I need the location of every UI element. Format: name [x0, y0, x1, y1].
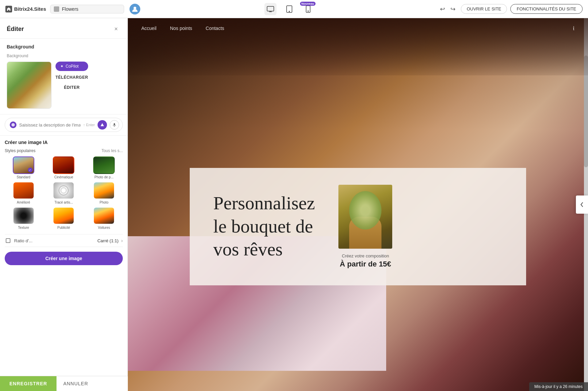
style-thumb-photo2 [93, 182, 115, 199]
copilot-label: CoPilot [66, 64, 79, 69]
status-bar: Mis-à-jour il y a 26 minutes [529, 382, 588, 391]
bouquet-image [338, 185, 392, 249]
home-icon [5, 6, 12, 12]
style-thumb-photo-p [93, 156, 115, 174]
style-label-cinematique: Cinématique [54, 175, 73, 179]
ai-input-row: ↑ Enter [5, 118, 123, 132]
canvas-area: Accueil Nos points Contacts 𝔦 Personnali… [128, 18, 588, 391]
promo-text: Personnalisez le bouquet de vos rêves [213, 192, 315, 261]
topbar-right: ↩ ↪ OUVRIR LE SITE FONCTIONNALITÉS DU SI… [438, 3, 583, 15]
editer-button[interactable]: ÉDITER [56, 84, 88, 91]
create-ia-title: Créer une image IA [5, 140, 123, 145]
redo-button[interactable]: ↪ [448, 3, 457, 15]
styles-label: Styles populaires [5, 148, 35, 153]
style-thumb-trace [53, 182, 74, 199]
promo-line1: Personnalisez [213, 193, 315, 213]
svg-point-0 [134, 7, 136, 9]
nav-points[interactable]: Nos points [170, 26, 192, 31]
bg-row: ✦ CoPilot TÉLÉCHARGER ÉDITER [7, 62, 121, 109]
style-thumb-texture [13, 207, 34, 224]
save-button[interactable]: ENREGISTRER [0, 376, 57, 391]
brand-logo[interactable]: Bitrix24.Sites [5, 6, 46, 12]
ai-description-input[interactable] [19, 122, 80, 128]
promo-line3: vos rêves [213, 239, 283, 259]
site-name-field[interactable]: Flowers [50, 5, 124, 13]
promo-heading: Personnalisez le bouquet de vos rêves [213, 192, 315, 261]
ratio-chevron-icon: › [121, 238, 123, 243]
nouveau-badge: Nouveau [300, 2, 316, 6]
style-photo2[interactable]: Photo [85, 182, 123, 204]
background-label: Background [7, 44, 121, 49]
undo-redo-group: ↩ ↪ [438, 3, 457, 15]
editer-title: Éditer [7, 26, 24, 33]
site-icon [54, 6, 59, 12]
background-section: Background Background ✦ CoPilot TÉLÉCHAR… [0, 39, 127, 114]
device-switcher: Nouveau [144, 3, 434, 15]
style-label-voitures: Voitures [98, 226, 110, 229]
ai-send-button[interactable] [98, 120, 107, 130]
promo-section: Personnalisez le bouquet de vos rêves Cr… [128, 82, 588, 371]
svg-point-6 [11, 123, 15, 127]
close-button[interactable]: × [111, 24, 121, 34]
topbar: Bitrix24.Sites Flowers Nouveau ↩ ↪ OUVRI… [0, 0, 588, 18]
bg-thumbnail-image [7, 62, 51, 108]
promo-price: À partir de 15€ [338, 260, 392, 269]
brand-name: Bitrix24.Sites [14, 6, 46, 12]
ai-input-container: ↑ Enter [0, 114, 127, 136]
main-layout: Éditer × Background Background ✦ CoPilot… [0, 18, 588, 391]
style-trace[interactable]: Tracé artis... [45, 182, 83, 204]
style-publicite[interactable]: Publicité [45, 207, 83, 229]
style-standard[interactable]: Standard [5, 156, 42, 179]
create-image-button[interactable]: Créer une image [5, 252, 123, 265]
promo-sub: Créez votre composition [338, 253, 392, 258]
desktop-device-btn[interactable] [264, 3, 277, 15]
svg-rect-1 [267, 6, 274, 11]
svg-point-9 [61, 188, 66, 193]
style-cinematique[interactable]: Cinématique [45, 156, 83, 179]
open-site-button[interactable]: OUVRIR LE SITE [461, 4, 507, 14]
undo-button[interactable]: ↩ [438, 3, 447, 15]
promo-line2: le bouquet de [213, 216, 313, 237]
bg-sublabel: Background [7, 54, 121, 58]
nav-contacts[interactable]: Contacts [206, 26, 224, 31]
style-thumb-ameliore [13, 182, 34, 199]
svg-point-5 [308, 11, 308, 11]
style-ameliore[interactable]: Amélioré [5, 182, 42, 204]
nav-right: 𝔦 [573, 25, 575, 32]
tablet-device-btn[interactable] [283, 3, 295, 15]
style-thumb-voitures [93, 207, 115, 224]
ratio-row[interactable]: Ratio d'... Carré (1:1) › [5, 234, 123, 247]
user-avatar[interactable] [130, 4, 140, 14]
styles-grid: Standard Cinématique Photo de p... [5, 156, 123, 229]
mobile-device-btn[interactable]: Nouveau [302, 3, 314, 15]
ai-mic-button[interactable] [110, 120, 119, 130]
site-name-label: Flowers [62, 6, 78, 12]
bg-actions: ✦ CoPilot TÉLÉCHARGER ÉDITER [56, 62, 88, 91]
style-label-photo2: Photo [100, 201, 108, 204]
style-texture[interactable]: Texture [5, 207, 42, 229]
ratio-label: Ratio d'... [14, 238, 95, 243]
background-thumbnail [7, 62, 51, 109]
cancel-button[interactable]: ANNULER [57, 376, 95, 391]
status-text: Mis-à-jour il y a 26 minutes [535, 384, 583, 389]
styles-header: Styles populaires Tous les s... [5, 148, 123, 153]
ai-logo-icon [10, 121, 16, 128]
style-label-trace: Tracé artis... [54, 201, 73, 204]
telecharger-button[interactable]: TÉLÉCHARGER [56, 74, 88, 81]
style-thumb-cinematique [53, 156, 74, 174]
promo-card: Personnalisez le bouquet de vos rêves Cr… [190, 168, 526, 285]
svg-point-8 [59, 186, 68, 195]
nav-accueil[interactable]: Accueil [141, 26, 156, 31]
selected-check [28, 168, 33, 172]
style-voitures[interactable]: Voitures [85, 207, 123, 229]
features-button[interactable]: FONCTIONNALITÉS DU SITE [510, 4, 583, 14]
style-photo-p[interactable]: Photo de p... [85, 156, 123, 179]
styles-all-link[interactable]: Tous les s... [102, 148, 123, 153]
ratio-value: Carré (1:1) [97, 238, 118, 243]
editer-header: Éditer × [0, 18, 127, 39]
promo-sub-text: Créez votre composition À partir de 15€ [338, 253, 392, 269]
copilot-button[interactable]: ✦ CoPilot [56, 62, 88, 71]
canvas-nav-button[interactable] [576, 196, 588, 214]
instagram-icon[interactable]: 𝔦 [573, 25, 575, 32]
site-nav: Accueil Nos points Contacts 𝔦 [128, 18, 588, 38]
